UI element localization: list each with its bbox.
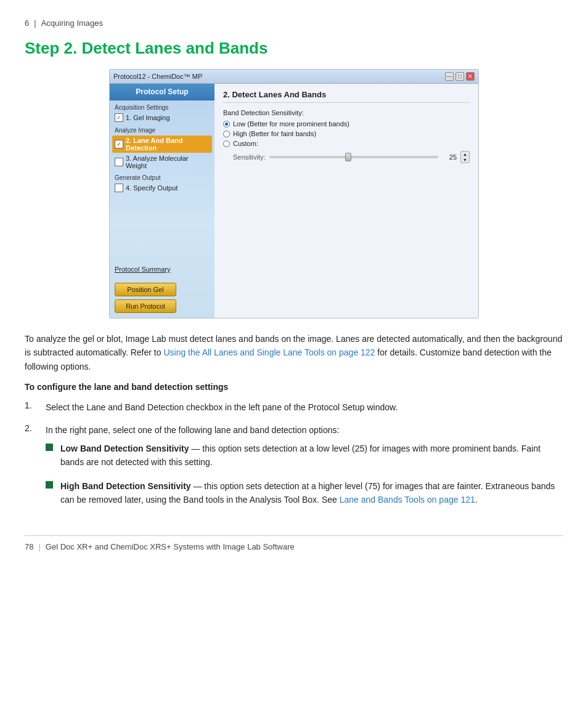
item-specify-output[interactable]: 4. Specify Output [110, 182, 214, 193]
window-titlebar: Protocol12 - ChemiDoc™ MP — □ ✕ [110, 70, 478, 84]
page121-link[interactable]: Lane and Bands Tools on page 121 [340, 495, 475, 505]
chapter-header: 6 | Acquiring Images [25, 18, 563, 28]
sensitivity-spinner[interactable]: ▲ ▼ [460, 151, 470, 163]
sensitivity-label: Sensitivity: [233, 153, 266, 161]
page-wrapper: 6 | Acquiring Images Step 2. Detect Lane… [0, 0, 588, 714]
section2-label: Analyze Image [110, 123, 214, 135]
radio-custom-circle[interactable] [223, 140, 230, 147]
chapter-title: Acquiring Images [41, 18, 103, 28]
screenshot-frame: Protocol12 - ChemiDoc™ MP — □ ✕ Protocol… [109, 69, 479, 318]
low-term: Low Band Detection Sensitivity [60, 444, 189, 453]
section1-label: Acquisition Settings [110, 100, 214, 112]
spinner-down[interactable]: ▼ [461, 157, 469, 163]
radio-custom-label: Custom: [233, 140, 258, 147]
spinner-up[interactable]: ▲ [461, 152, 469, 157]
run-protocol-button[interactable]: Run Protocol [115, 299, 176, 313]
checkbox-specify-output[interactable] [115, 184, 123, 192]
minimize-button[interactable]: — [445, 72, 454, 81]
step-2: 2. In the right pane, select one of the … [25, 423, 563, 517]
step-1: 1. Select the Lane and Band Detection ch… [25, 400, 563, 414]
subsection-title: To configure the lane and band detection… [25, 382, 563, 392]
radio-custom[interactable]: Custom: [223, 140, 470, 147]
position-gel-button[interactable]: Position Gel [115, 283, 176, 296]
body-paragraph1: To analyze the gel or blot, Image Lab mu… [25, 332, 563, 373]
chapter-number: 6 [25, 18, 29, 28]
radio-low-circle[interactable] [223, 121, 230, 128]
radio-high-label: High (Better for faint bands) [233, 130, 316, 137]
page-footer: 78 | Gel Doc XR+ and ChemiDoc XRS+ Syste… [25, 535, 563, 551]
window-title: Protocol12 - ChemiDoc™ MP [113, 73, 202, 80]
step-title: Step 2. Detect Lanes and Bands [25, 39, 563, 58]
footer-divider: | [38, 542, 40, 551]
high-term: High Band Detection Sensitivity [60, 481, 191, 491]
checkbox-lane-band[interactable] [115, 140, 123, 148]
item-gel-imaging-label: 1. Gel Imaging [126, 114, 170, 121]
window-controls: — □ ✕ [445, 72, 475, 81]
step2-text: In the right pane, select one of the fol… [46, 423, 563, 517]
window-body: Protocol Setup Acquisition Settings 1. G… [110, 84, 478, 318]
bullet-low: Low Band Detection Sensitivity — this op… [46, 442, 563, 469]
checkbox-molecular-weight[interactable] [115, 158, 123, 166]
step1-num: 1. [25, 400, 37, 410]
bullet-square-high [46, 481, 53, 489]
band-sensitivity-label: Band Detection Sensitivity: [223, 109, 470, 116]
radio-low[interactable]: Low (Better for more prominent bands) [223, 120, 470, 128]
sensitivity-slider[interactable] [269, 156, 438, 158]
left-buttons: Position Gel Run Protocol [110, 278, 214, 318]
radio-low-label: Low (Better for more prominent bands) [233, 120, 349, 128]
item-molecular-weight-label: 3. Analyze Molecular Weight [126, 155, 210, 169]
high-dash: — [191, 481, 202, 491]
checkbox-gel-imaging[interactable] [115, 113, 123, 122]
protocol-setup-header: Protocol Setup [110, 84, 214, 100]
slider-thumb[interactable] [345, 153, 351, 161]
bullet-high-text: High Band Detection Sensitivity — this o… [60, 479, 563, 507]
footer-text: Gel Doc XR+ and ChemiDoc XRS+ Systems wi… [46, 542, 295, 551]
close-button[interactable]: ✕ [466, 72, 475, 81]
section3-label: Generate Output [110, 171, 214, 182]
numbered-steps: 1. Select the Lane and Band Detection ch… [25, 400, 563, 516]
item-lane-band-label: 2. Lane And Band Detection [126, 137, 210, 152]
right-pane: 2. Detect Lanes And Bands Band Detection… [214, 84, 478, 318]
sensitivity-row: Sensitivity: 25 ▲ ▼ [223, 151, 470, 163]
maximize-button[interactable]: □ [455, 72, 464, 81]
item-molecular-weight[interactable]: 3. Analyze Molecular Weight [110, 153, 214, 171]
radio-high-circle[interactable] [223, 131, 230, 137]
protocol-summary-link[interactable]: Protocol Summary [110, 261, 214, 278]
item-gel-imaging[interactable]: 1. Gel Imaging [110, 112, 214, 123]
bullet-low-text: Low Band Detection Sensitivity — this op… [60, 442, 563, 469]
high-text-end: . [475, 495, 478, 505]
step2-num: 2. [25, 423, 37, 433]
left-pane: Protocol Setup Acquisition Settings 1. G… [110, 84, 214, 318]
low-dash: — [189, 444, 200, 453]
bullet-square-low [46, 444, 53, 451]
item-lane-band-detection[interactable]: 2. Lane And Band Detection [112, 136, 212, 153]
page122-link[interactable]: Using the All Lanes and Single Lane Tool… [163, 347, 375, 357]
step1-text: Select the Lane and Band Detection check… [46, 400, 563, 414]
radio-high[interactable]: High (Better for faint bands) [223, 130, 470, 137]
right-pane-title: 2. Detect Lanes And Bands [223, 90, 470, 103]
bullet-high: High Band Detection Sensitivity — this o… [46, 479, 563, 507]
main-content: To analyze the gel or blot, Image Lab mu… [25, 332, 563, 517]
sensitivity-value: 25 [442, 153, 457, 161]
chapter-divider: | [34, 18, 36, 28]
item-specify-output-label: 4. Specify Output [126, 184, 178, 192]
footer-page-num: 78 [25, 542, 33, 551]
bullet-list: Low Band Detection Sensitivity — this op… [46, 442, 563, 507]
